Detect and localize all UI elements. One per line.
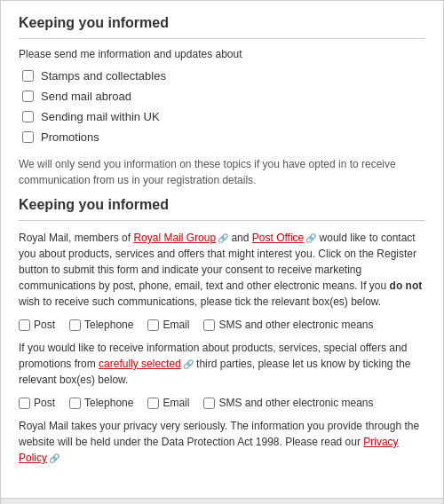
promotions-checkbox[interactable]	[22, 131, 34, 143]
email2-item: Email	[147, 397, 189, 409]
section1-divider	[19, 38, 425, 39]
row1-checkboxes: Post Telephone Email SMS and other elect…	[19, 319, 425, 331]
section2-body2: If you would like to receive information…	[19, 340, 425, 388]
external-link-icon2: 🔗	[305, 232, 316, 245]
content-area: Keeping you informed Please send me info…	[1, 1, 443, 489]
sms2-label: SMS and other electronic means	[218, 397, 373, 409]
post2-item: Post	[19, 397, 55, 409]
privacy-text: Royal Mail takes your privacy very serio…	[19, 418, 425, 466]
sendmail-label: Send mail abroad	[41, 90, 131, 103]
external-link-icon3: 🔗	[183, 358, 194, 371]
telephone2-label: Telephone	[84, 397, 133, 409]
post1-checkbox[interactable]	[19, 319, 30, 331]
stamps-checkbox[interactable]	[22, 70, 34, 82]
telephone2-checkbox[interactable]	[69, 398, 81, 409]
royal-mail-group-link[interactable]: Royal Mail Group	[133, 232, 216, 244]
checkbox-sendinguk: Sending mail within UK	[19, 110, 425, 123]
footer-bar: ◄ Back Submit	[1, 498, 443, 504]
email2-checkbox[interactable]	[147, 398, 159, 409]
section2-body1: Royal Mail, members of Royal Mail Group🔗…	[19, 230, 425, 310]
telephone1-label: Telephone	[84, 319, 133, 331]
sms1-item: SMS and other electronic means	[203, 319, 373, 331]
privacy-prefix: Royal Mail takes your privacy very serio…	[19, 420, 419, 448]
post1-label: Post	[34, 319, 55, 331]
external-link-icon1: 🔗	[218, 232, 228, 245]
post2-label: Post	[34, 397, 55, 409]
checkbox-stamps: Stamps and collectables	[19, 69, 425, 83]
section1-info: We will only send you information on the…	[19, 156, 425, 188]
email2-label: Email	[163, 397, 189, 409]
row2-checkboxes: Post Telephone Email SMS and other elect…	[19, 397, 425, 409]
sendmail-checkbox[interactable]	[22, 91, 34, 102]
section2: Keeping you informed Royal Mail, members…	[19, 197, 425, 466]
post1-item: Post	[19, 319, 55, 331]
post2-checkbox[interactable]	[19, 398, 30, 409]
sms2-item: SMS and other electronic means	[203, 397, 373, 409]
stamps-label: Stamps and collectables	[41, 69, 166, 83]
promotions-label: Promotions	[41, 130, 99, 144]
external-link-icon4: 🔗	[49, 452, 59, 465]
sendinguk-label: Sending mail within UK	[41, 110, 160, 123]
section2-divider	[19, 220, 425, 221]
do-not-bold: do not	[390, 280, 423, 292]
body-text-mid: and	[228, 232, 252, 244]
sms1-checkbox[interactable]	[203, 319, 215, 331]
email1-label: Email	[163, 319, 189, 331]
checkbox-promotions: Promotions	[19, 130, 425, 144]
telephone1-item: Telephone	[69, 319, 133, 331]
email1-item: Email	[147, 319, 189, 331]
sms1-label: SMS and other electronic means	[218, 319, 373, 331]
section1-title: Keeping you informed	[19, 15, 425, 31]
sms2-checkbox[interactable]	[203, 398, 215, 409]
email1-checkbox[interactable]	[147, 319, 159, 331]
telephone1-checkbox[interactable]	[69, 319, 81, 331]
body-text-prefix: Royal Mail, members of	[19, 232, 133, 244]
sendinguk-checkbox[interactable]	[22, 111, 34, 122]
section1-subtitle: Please send me information and updates a…	[19, 48, 425, 60]
carefully-selected-link[interactable]: carefully selected	[99, 358, 181, 370]
checkbox-sendmail: Send mail abroad	[19, 90, 425, 103]
post-office-link[interactable]: Post Office	[252, 232, 304, 244]
section2-title: Keeping you informed	[19, 197, 425, 213]
telephone2-item: Telephone	[69, 397, 133, 409]
page-container: Keeping you informed Please send me info…	[0, 0, 444, 504]
body-text-end: wish to receive such communications, ple…	[19, 295, 381, 308]
section1: Keeping you informed Please send me info…	[19, 15, 425, 188]
